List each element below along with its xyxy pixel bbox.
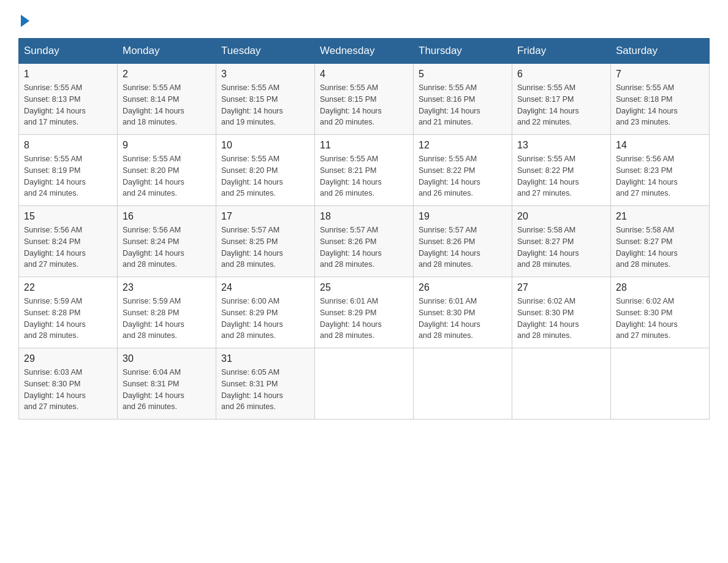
logo-arrow-icon	[21, 15, 29, 27]
day-info: Sunrise: 5:55 AMSunset: 8:14 PMDaylight:…	[123, 82, 211, 128]
day-number: 20	[517, 211, 605, 222]
day-number: 18	[320, 211, 408, 222]
calendar-cell: 11Sunrise: 5:55 AMSunset: 8:21 PMDayligh…	[315, 135, 414, 206]
calendar-table: SundayMondayTuesdayWednesdayThursdayFrid…	[18, 38, 710, 419]
calendar-cell: 16Sunrise: 5:56 AMSunset: 8:24 PMDayligh…	[118, 206, 216, 277]
calendar-cell: 17Sunrise: 5:57 AMSunset: 8:25 PMDayligh…	[216, 206, 315, 277]
calendar-cell: 1Sunrise: 5:55 AMSunset: 8:13 PMDaylight…	[19, 64, 118, 135]
day-number: 19	[419, 211, 507, 222]
calendar-cell: 2Sunrise: 5:55 AMSunset: 8:14 PMDaylight…	[118, 64, 216, 135]
calendar-week-5: 29Sunrise: 6:03 AMSunset: 8:30 PMDayligh…	[19, 348, 710, 419]
day-info: Sunrise: 5:55 AMSunset: 8:20 PMDaylight:…	[221, 153, 309, 199]
weekday-header-row: SundayMondayTuesdayWednesdayThursdayFrid…	[19, 39, 710, 64]
calendar-cell: 14Sunrise: 5:56 AMSunset: 8:23 PMDayligh…	[611, 135, 710, 206]
day-number: 13	[517, 140, 605, 151]
calendar-cell: 15Sunrise: 5:56 AMSunset: 8:24 PMDayligh…	[19, 206, 118, 277]
day-number: 15	[24, 211, 112, 222]
calendar-cell: 22Sunrise: 5:59 AMSunset: 8:28 PMDayligh…	[19, 277, 118, 348]
weekday-header-monday: Monday	[118, 39, 216, 64]
day-info: Sunrise: 5:55 AMSunset: 8:15 PMDaylight:…	[320, 82, 408, 128]
calendar-week-4: 22Sunrise: 5:59 AMSunset: 8:28 PMDayligh…	[19, 277, 710, 348]
calendar-cell: 21Sunrise: 5:58 AMSunset: 8:27 PMDayligh…	[611, 206, 710, 277]
day-number: 3	[221, 69, 309, 80]
day-info: Sunrise: 5:58 AMSunset: 8:27 PMDaylight:…	[517, 224, 605, 270]
page-header	[18, 12, 710, 27]
calendar-cell: 23Sunrise: 5:59 AMSunset: 8:28 PMDayligh…	[118, 277, 216, 348]
day-info: Sunrise: 6:03 AMSunset: 8:30 PMDaylight:…	[24, 367, 112, 413]
day-info: Sunrise: 6:04 AMSunset: 8:31 PMDaylight:…	[123, 367, 211, 413]
weekday-header-friday: Friday	[512, 39, 611, 64]
calendar-cell: 9Sunrise: 5:55 AMSunset: 8:20 PMDaylight…	[118, 135, 216, 206]
weekday-header-saturday: Saturday	[611, 39, 710, 64]
day-info: Sunrise: 5:57 AMSunset: 8:26 PMDaylight:…	[419, 224, 507, 270]
day-info: Sunrise: 5:55 AMSunset: 8:16 PMDaylight:…	[419, 82, 507, 128]
day-info: Sunrise: 5:56 AMSunset: 8:24 PMDaylight:…	[123, 224, 211, 270]
day-info: Sunrise: 5:55 AMSunset: 8:13 PMDaylight:…	[24, 82, 112, 128]
day-info: Sunrise: 6:01 AMSunset: 8:29 PMDaylight:…	[320, 296, 408, 342]
calendar-cell: 5Sunrise: 5:55 AMSunset: 8:16 PMDaylight…	[414, 64, 512, 135]
logo	[18, 12, 29, 27]
day-info: Sunrise: 5:56 AMSunset: 8:23 PMDaylight:…	[616, 153, 704, 199]
calendar-cell: 3Sunrise: 5:55 AMSunset: 8:15 PMDaylight…	[216, 64, 315, 135]
calendar-cell	[414, 348, 512, 419]
day-info: Sunrise: 6:01 AMSunset: 8:30 PMDaylight:…	[419, 296, 507, 342]
calendar-week-3: 15Sunrise: 5:56 AMSunset: 8:24 PMDayligh…	[19, 206, 710, 277]
day-number: 26	[419, 282, 507, 293]
day-number: 7	[616, 69, 704, 80]
calendar-cell	[315, 348, 414, 419]
day-info: Sunrise: 6:05 AMSunset: 8:31 PMDaylight:…	[221, 367, 309, 413]
calendar-cell: 10Sunrise: 5:55 AMSunset: 8:20 PMDayligh…	[216, 135, 315, 206]
day-info: Sunrise: 5:55 AMSunset: 8:21 PMDaylight:…	[320, 153, 408, 199]
day-info: Sunrise: 5:59 AMSunset: 8:28 PMDaylight:…	[123, 296, 211, 342]
weekday-header-wednesday: Wednesday	[315, 39, 414, 64]
day-number: 25	[320, 282, 408, 293]
day-number: 8	[24, 140, 112, 151]
day-info: Sunrise: 5:55 AMSunset: 8:22 PMDaylight:…	[419, 153, 507, 199]
day-info: Sunrise: 5:58 AMSunset: 8:27 PMDaylight:…	[616, 224, 704, 270]
calendar-cell: 28Sunrise: 6:02 AMSunset: 8:30 PMDayligh…	[611, 277, 710, 348]
calendar-cell: 20Sunrise: 5:58 AMSunset: 8:27 PMDayligh…	[512, 206, 611, 277]
day-info: Sunrise: 5:56 AMSunset: 8:24 PMDaylight:…	[24, 224, 112, 270]
day-number: 21	[616, 211, 704, 222]
day-number: 29	[24, 353, 112, 364]
day-number: 17	[221, 211, 309, 222]
day-number: 28	[616, 282, 704, 293]
calendar-cell	[512, 348, 611, 419]
day-info: Sunrise: 5:59 AMSunset: 8:28 PMDaylight:…	[24, 296, 112, 342]
day-number: 6	[517, 69, 605, 80]
day-info: Sunrise: 5:55 AMSunset: 8:18 PMDaylight:…	[616, 82, 704, 128]
day-info: Sunrise: 6:02 AMSunset: 8:30 PMDaylight:…	[616, 296, 704, 342]
day-number: 30	[123, 353, 211, 364]
day-number: 5	[419, 69, 507, 80]
calendar-cell: 29Sunrise: 6:03 AMSunset: 8:30 PMDayligh…	[19, 348, 118, 419]
day-number: 31	[221, 353, 309, 364]
calendar-cell	[611, 348, 710, 419]
calendar-cell: 4Sunrise: 5:55 AMSunset: 8:15 PMDaylight…	[315, 64, 414, 135]
day-info: Sunrise: 6:00 AMSunset: 8:29 PMDaylight:…	[221, 296, 309, 342]
calendar-week-1: 1Sunrise: 5:55 AMSunset: 8:13 PMDaylight…	[19, 64, 710, 135]
calendar-cell: 31Sunrise: 6:05 AMSunset: 8:31 PMDayligh…	[216, 348, 315, 419]
calendar-cell: 12Sunrise: 5:55 AMSunset: 8:22 PMDayligh…	[414, 135, 512, 206]
day-number: 14	[616, 140, 704, 151]
day-number: 12	[419, 140, 507, 151]
day-info: Sunrise: 5:57 AMSunset: 8:25 PMDaylight:…	[221, 224, 309, 270]
calendar-cell: 7Sunrise: 5:55 AMSunset: 8:18 PMDaylight…	[611, 64, 710, 135]
day-number: 23	[123, 282, 211, 293]
calendar-cell: 19Sunrise: 5:57 AMSunset: 8:26 PMDayligh…	[414, 206, 512, 277]
day-number: 10	[221, 140, 309, 151]
weekday-header-thursday: Thursday	[414, 39, 512, 64]
day-number: 2	[123, 69, 211, 80]
calendar-cell: 27Sunrise: 6:02 AMSunset: 8:30 PMDayligh…	[512, 277, 611, 348]
weekday-header-tuesday: Tuesday	[216, 39, 315, 64]
calendar-cell: 25Sunrise: 6:01 AMSunset: 8:29 PMDayligh…	[315, 277, 414, 348]
calendar-cell: 24Sunrise: 6:00 AMSunset: 8:29 PMDayligh…	[216, 277, 315, 348]
day-info: Sunrise: 5:55 AMSunset: 8:17 PMDaylight:…	[517, 82, 605, 128]
day-number: 24	[221, 282, 309, 293]
day-number: 1	[24, 69, 112, 80]
calendar-cell: 26Sunrise: 6:01 AMSunset: 8:30 PMDayligh…	[414, 277, 512, 348]
calendar-cell: 18Sunrise: 5:57 AMSunset: 8:26 PMDayligh…	[315, 206, 414, 277]
day-info: Sunrise: 6:02 AMSunset: 8:30 PMDaylight:…	[517, 296, 605, 342]
day-info: Sunrise: 5:55 AMSunset: 8:22 PMDaylight:…	[517, 153, 605, 199]
calendar-cell: 8Sunrise: 5:55 AMSunset: 8:19 PMDaylight…	[19, 135, 118, 206]
weekday-header-sunday: Sunday	[19, 39, 118, 64]
